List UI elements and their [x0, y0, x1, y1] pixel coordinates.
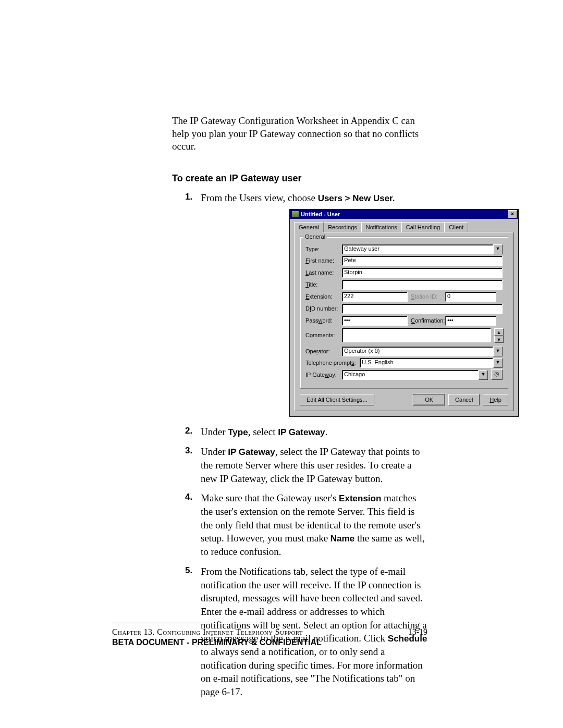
window-title: Untitled - User [301, 211, 508, 218]
footer-page-number: 13-19 [408, 627, 427, 637]
tab-notifications[interactable]: Notifications [361, 222, 402, 232]
label-title: Title: [305, 281, 339, 289]
help-button[interactable]: Help [483, 394, 508, 405]
scroll-down-icon[interactable]: ▼ [494, 336, 504, 343]
label-ip-gateway: IP Gateway: [305, 371, 339, 379]
last-name-field[interactable]: Storpin [342, 268, 503, 278]
scroll-up-icon[interactable]: ▲ [494, 328, 504, 336]
chevron-down-icon[interactable]: ▼ [479, 370, 488, 380]
chevron-down-icon[interactable]: ▼ [493, 244, 503, 254]
ip-gateway-select[interactable]: Chicago [342, 370, 479, 380]
ip-gateway-button[interactable]: ◎ [491, 369, 503, 380]
footer-confidential: BETA DOCUMENT - PRELIMINARY & CONFIDENTI… [112, 638, 427, 647]
label-confirmation: Confirmation: [411, 317, 442, 325]
type-select[interactable]: Gateway user [342, 244, 493, 254]
chevron-down-icon[interactable]: ▼ [493, 347, 503, 356]
cancel-button[interactable]: Cancel [448, 394, 480, 405]
close-icon[interactable]: × [508, 210, 517, 218]
tab-client[interactable]: Client [444, 222, 468, 232]
label-first-name: First name: [305, 257, 339, 265]
label-extension: Extension: [305, 293, 339, 301]
tab-call-handling[interactable]: Call Handling [401, 222, 445, 232]
edit-client-settings-button[interactable]: Edit All Client Settings... [300, 394, 374, 405]
page-footer: Chapter 13. Configuring Internet Telepho… [112, 623, 427, 647]
station-id-field[interactable]: 0 [445, 292, 496, 302]
group-legend: General [303, 233, 327, 241]
intro-paragraph: The IP Gateway Configuration Worksheet i… [172, 115, 427, 153]
step-4: Make sure that the Gateway user's Extens… [185, 491, 427, 559]
tab-strip: General Recordings Notifications Call Ha… [294, 222, 514, 232]
password-field[interactable]: ••• [342, 316, 408, 326]
ok-button[interactable]: OK [413, 394, 445, 405]
tab-general[interactable]: General [294, 222, 324, 232]
label-last-name: Last name: [305, 269, 339, 277]
label-password: Password: [305, 317, 339, 325]
step-3: Under IP Gateway, select the IP Gateway … [185, 445, 427, 485]
step-1-text: From the Users view, choose [201, 192, 318, 203]
prompts-select[interactable]: U.S. English [360, 358, 493, 368]
footer-chapter: Chapter 13. Configuring Internet Telepho… [112, 627, 303, 637]
extension-field[interactable]: 222 [342, 292, 408, 302]
first-name-field[interactable]: Pete [342, 256, 503, 266]
general-group: General Type: Gateway user▼ First name: … [300, 237, 508, 389]
label-comments: Comments: [305, 331, 339, 339]
label-did: DID number: [305, 305, 339, 313]
label-operator: Operator: [305, 348, 339, 355]
titlebar: Untitled - User × [290, 209, 518, 219]
comments-scrollbar[interactable]: ▲ ▼ [494, 328, 503, 342]
tab-recordings[interactable]: Recordings [323, 222, 362, 232]
user-dialog: Untitled - User × General Recordings Not… [289, 209, 519, 417]
section-heading: To create an IP Gateway user [172, 173, 427, 184]
did-field[interactable] [342, 304, 503, 314]
tab-panel: General Type: Gateway user▼ First name: … [294, 232, 514, 411]
app-icon [292, 211, 299, 217]
step-1-bold: Users > New User. [318, 193, 395, 203]
label-type: Type: [305, 245, 339, 253]
title-field[interactable] [342, 280, 503, 290]
chevron-down-icon[interactable]: ▼ [493, 358, 503, 368]
dialog-screenshot: Untitled - User × General Recordings Not… [289, 209, 427, 417]
label-prompts: Telephone prompts: [305, 359, 357, 367]
step-2: Under Type, select IP Gateway. [185, 425, 427, 439]
step-1: From the Users view, choose Users > New … [185, 191, 427, 417]
operator-select[interactable]: Operator (x 0) [342, 347, 493, 356]
comments-field[interactable] [342, 328, 491, 342]
label-station-id: Station ID: [411, 293, 442, 301]
dialog-button-row: Edit All Client Settings... OK Cancel He… [300, 394, 508, 405]
confirmation-field[interactable]: ••• [445, 316, 496, 326]
